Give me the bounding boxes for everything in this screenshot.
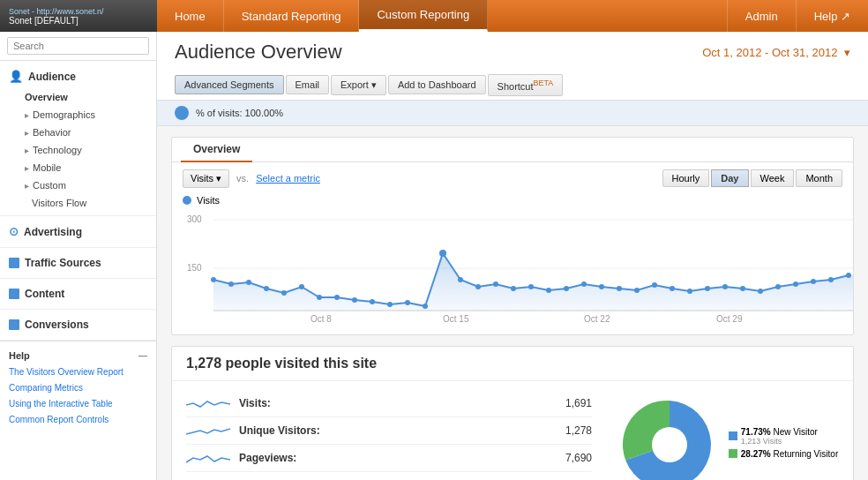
svg-marker-9 <box>213 253 853 311</box>
date-range-text[interactable]: Oct 1, 2012 - Oct 31, 2012 <box>702 46 837 59</box>
svg-point-27 <box>511 286 516 291</box>
svg-point-46 <box>846 273 851 278</box>
nav-tab-standard[interactable]: Standard Reporting <box>224 0 360 32</box>
time-btn-day[interactable]: Day <box>711 169 748 187</box>
time-btn-week[interactable]: Week <box>751 169 795 187</box>
sidebar-item-audience[interactable]: 👤 Audience <box>0 64 156 88</box>
sidebar-sub-behavior[interactable]: ▸Behavior <box>0 124 156 141</box>
svg-point-43 <box>793 281 798 287</box>
returning-visitor-pct: 28.27% <box>741 449 771 459</box>
pie-chart <box>621 396 718 480</box>
nav-tab-help[interactable]: Help ↗ <box>796 0 868 32</box>
metric-visits-label: Visits: <box>239 397 557 409</box>
help-link-table[interactable]: Using the Interactive Table <box>0 396 156 412</box>
svg-point-13 <box>264 286 269 291</box>
help-link-controls[interactable]: Common Report Controls <box>0 412 156 428</box>
chart-legend: Visits <box>183 195 842 206</box>
audience-icon: 👤 <box>9 70 23 83</box>
sidebar: 👤 Audience Overview ▸Demographics ▸Behav… <box>0 32 157 480</box>
metric-unique-value: 1,278 <box>565 424 592 437</box>
sparkline-pages-visit <box>186 476 230 480</box>
help-link-comparing[interactable]: Comparing Metrics <box>0 380 156 396</box>
email-button[interactable]: Email <box>286 75 330 94</box>
sidebar-section-conversions: Conversions <box>0 310 156 341</box>
new-visitor-label: New Visitor <box>773 427 817 437</box>
traffic-icon <box>9 258 19 268</box>
sidebar-advertising-label: Advertising <box>24 226 82 238</box>
new-visitor-dot <box>729 431 737 440</box>
metric-row-pageviews: Pageviews: 7,690 <box>186 445 592 472</box>
sidebar-content-label: Content <box>25 288 64 300</box>
pie-area: 71.73% New Visitor 1,213 Visits 28.27% R… <box>606 381 853 480</box>
svg-point-45 <box>828 277 834 282</box>
shortcut-button[interactable]: ShortcutBETA <box>488 74 564 96</box>
svg-point-37 <box>687 289 692 294</box>
sidebar-sub-visitors-flow[interactable]: Visitors Flow <box>0 194 156 212</box>
svg-text:Oct 8: Oct 8 <box>311 314 332 324</box>
advanced-segments-button[interactable]: Advanced Segments <box>175 75 284 94</box>
sidebar-item-traffic[interactable]: Traffic Sources <box>0 251 156 274</box>
chart-tab-overview[interactable]: Overview <box>181 138 252 162</box>
svg-point-33 <box>617 286 622 291</box>
date-range-arrow[interactable]: ▾ <box>844 46 850 59</box>
nav-tab-admin[interactable]: Admin <box>727 0 796 32</box>
export-button[interactable]: Export ▾ <box>331 75 386 95</box>
summary-panel: 1,278 people visited this site Visits: 1… <box>171 346 854 480</box>
sidebar-sub-overview[interactable]: Overview <box>0 88 156 106</box>
sparkline-visits <box>186 394 230 412</box>
nav-tab-custom[interactable]: Custom Reporting <box>359 0 488 32</box>
metric-pageviews-value: 7,690 <box>565 452 592 464</box>
search-input[interactable] <box>7 37 149 55</box>
returning-visitor-label: Returning Visitor <box>773 449 838 459</box>
metric-row-visits: Visits: 1,691 <box>186 390 592 417</box>
nav-tab-home[interactable]: Home <box>157 0 224 32</box>
sidebar-section-traffic: Traffic Sources <box>0 248 156 279</box>
layout: 👤 Audience Overview ▸Demographics ▸Behav… <box>0 32 868 480</box>
sidebar-sub-technology[interactable]: ▸Technology <box>0 141 156 159</box>
svg-point-32 <box>599 284 604 289</box>
sidebar-item-advertising[interactable]: ⊙ Advertising <box>0 220 156 244</box>
metric-unique-label: Unique Visitors: <box>239 424 557 437</box>
sidebar-conversions-label: Conversions <box>25 319 89 331</box>
summary-body: Visits: 1,691 Unique Visitors: 1,278 <box>172 381 853 480</box>
help-section: Help — The Visitors Overview Report Comp… <box>0 341 156 433</box>
select-metric-link[interactable]: Select a metric <box>256 173 320 184</box>
segment-row: % of visits: 100.00% <box>157 101 868 126</box>
svg-point-26 <box>493 281 498 287</box>
legend-label: Visits <box>197 195 220 206</box>
svg-point-25 <box>475 284 481 289</box>
chart-controls: Visits ▾ vs. Select a metric Hourly Day … <box>172 162 853 195</box>
beta-badge: BETA <box>534 79 554 87</box>
site-logo: Sonet - http://www.sonet.n/ Sonet [DEFAU… <box>0 0 157 32</box>
svg-text:Oct 15: Oct 15 <box>443 314 469 324</box>
date-range: Oct 1, 2012 - Oct 31, 2012 ▾ <box>702 46 850 59</box>
help-minimize-icon[interactable]: — <box>138 351 147 361</box>
nav-right: Admin Help ↗ <box>727 0 868 32</box>
sidebar-item-content[interactable]: Content <box>0 282 156 305</box>
svg-point-18 <box>352 297 357 303</box>
svg-point-11 <box>228 281 234 287</box>
metric-dropdown-button[interactable]: Visits ▾ <box>183 169 229 188</box>
metric-visits-value: 1,691 <box>565 397 592 409</box>
svg-point-36 <box>670 286 675 291</box>
time-selector: Hourly Day Week Month <box>662 169 842 187</box>
time-btn-hourly[interactable]: Hourly <box>662 169 710 187</box>
segment-circle <box>175 106 189 120</box>
help-link-visitors[interactable]: The Visitors Overview Report <box>0 364 156 380</box>
sidebar-sub-custom[interactable]: ▸Custom <box>0 176 156 194</box>
sidebar-traffic-label: Traffic Sources <box>25 257 101 269</box>
metric-row-unique: Unique Visitors: 1,278 <box>186 417 592 445</box>
time-btn-month[interactable]: Month <box>796 169 842 187</box>
toolbar: Advanced Segments Email Export ▾ Add to … <box>175 71 850 100</box>
main-content: Audience Overview Oct 1, 2012 - Oct 31, … <box>157 32 868 480</box>
vs-label: vs. <box>236 173 249 184</box>
sidebar-sub-mobile[interactable]: ▸Mobile <box>0 159 156 176</box>
svg-point-23 <box>439 250 446 257</box>
svg-point-10 <box>211 277 216 282</box>
add-to-dashboard-button[interactable]: Add to Dashboard <box>388 75 486 94</box>
sidebar-sub-demographics[interactable]: ▸Demographics <box>0 106 156 124</box>
summary-header: 1,278 people visited this site <box>172 347 853 381</box>
summary-headline: 1,278 people visited this site <box>186 356 377 371</box>
svg-point-42 <box>775 284 781 289</box>
sidebar-item-conversions[interactable]: Conversions <box>0 313 156 336</box>
